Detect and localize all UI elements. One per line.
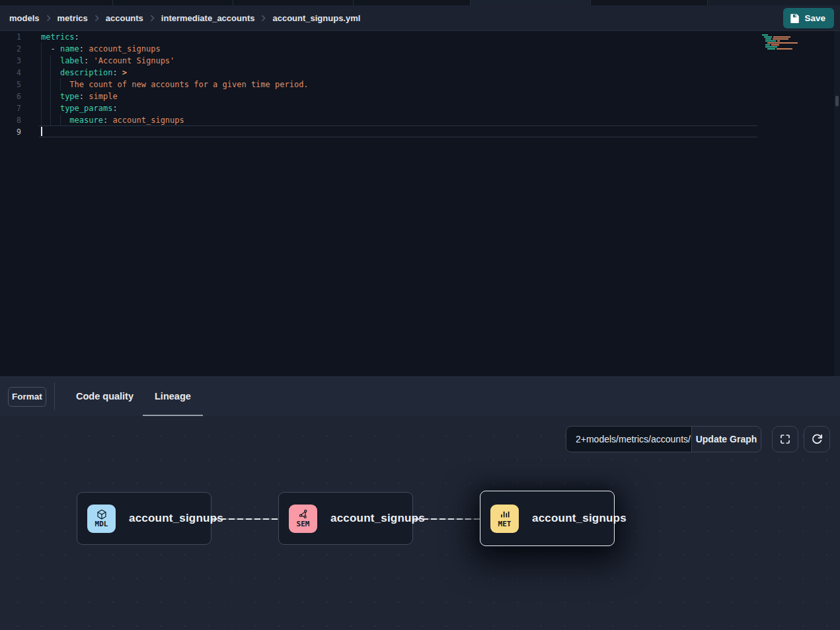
node-badge-sem: SEM	[289, 505, 317, 533]
line-code: type: simple	[30, 90, 118, 102]
node-label: account_signups	[532, 512, 627, 525]
panel-tabs: Code qualityLineage	[76, 377, 203, 416]
node-badge-mdl: MDL	[87, 505, 116, 533]
divider	[54, 382, 55, 410]
editor-lines[interactable]: 1metrics:2 - name: account_signups3 labe…	[0, 31, 840, 138]
line-number: 9	[0, 126, 30, 138]
minimap-line	[765, 38, 804, 40]
editor-line[interactable]: 6 type: simple	[0, 90, 840, 102]
node-badge-label: SEM	[297, 520, 310, 528]
line-number: 1	[0, 31, 30, 43]
breadcrumb-item[interactable]: intermediate_accounts	[161, 13, 255, 23]
line-number: 4	[0, 67, 30, 79]
node-badge-label: MDL	[95, 520, 108, 528]
editor-line[interactable]: 1metrics:	[0, 31, 840, 43]
fullscreen-button[interactable]	[772, 426, 798, 452]
line-code: metrics:	[30, 31, 79, 43]
chevron-right-icon	[148, 14, 157, 22]
tab-code-quality[interactable]: Code quality	[76, 377, 134, 416]
minimap-line	[762, 34, 804, 36]
editor-line[interactable]: 4 description: >	[0, 67, 840, 79]
window-tab[interactable]	[591, 0, 707, 5]
chevron-right-icon	[93, 14, 101, 22]
minimap-line	[767, 42, 804, 44]
line-number: 7	[0, 102, 30, 114]
format-button[interactable]: Format	[8, 387, 46, 407]
current-line-highlight	[39, 125, 757, 137]
chevron-right-icon	[44, 14, 53, 22]
line-number: 6	[0, 90, 30, 102]
bottom-panel-header: Format Code qualityLineage	[0, 376, 840, 416]
refresh-button[interactable]	[804, 426, 830, 452]
node-badge-label: MET	[498, 520, 512, 528]
editor-line[interactable]: 3 label: 'Account Signups'	[0, 55, 840, 67]
indent-guide	[41, 43, 42, 126]
window-tab[interactable]	[354, 0, 470, 5]
window-tab[interactable]	[708, 0, 840, 5]
node-badge-met: MET	[490, 505, 519, 533]
breadcrumb-item[interactable]: models	[9, 13, 40, 23]
lineage-node-met[interactable]: METaccount_signups	[480, 491, 615, 546]
line-code: measure: account_signups	[30, 114, 184, 126]
window-tab[interactable]	[471, 0, 590, 5]
indent-guide	[60, 114, 61, 126]
scrollbar-thumb[interactable]	[835, 96, 839, 106]
minimap-line	[765, 40, 804, 42]
refresh-icon	[811, 433, 823, 445]
editor-line[interactable]: 7 type_params:	[0, 102, 840, 114]
line-code: - name: account_signups	[30, 43, 161, 55]
window-tab-strip	[0, 0, 840, 5]
breadcrumb: modelsmetricsaccountsintermediate_accoun…	[9, 13, 360, 23]
editor-line[interactable]: 5 The count of new accounts for a given …	[0, 79, 840, 90]
fullscreen-icon	[779, 433, 791, 445]
code-editor[interactable]: 1metrics:2 - name: account_signups3 labe…	[0, 31, 840, 376]
text-cursor	[41, 127, 42, 136]
line-number: 5	[0, 79, 30, 90]
indent-guide	[50, 55, 51, 126]
line-number: 2	[0, 43, 30, 55]
line-code: The count of new accounts for a given ti…	[30, 79, 309, 90]
breadcrumb-bar: modelsmetricsaccountsintermediate_accoun…	[0, 5, 840, 31]
editor-line[interactable]: 8 measure: account_signups	[0, 114, 840, 126]
cube-icon	[96, 509, 107, 520]
line-number: 3	[0, 55, 30, 67]
node-label: account_signups	[129, 512, 223, 525]
breadcrumb-item[interactable]: account_signups.yml	[272, 13, 360, 23]
window-tab[interactable]	[113, 0, 233, 5]
bar-chart-icon	[500, 509, 510, 520]
lineage-canvas[interactable]: 2+models/metrics/accounts/ Update Graph …	[0, 416, 840, 629]
lineage-selector-input[interactable]: 2+models/metrics/accounts/	[566, 426, 692, 452]
lineage-node-mdl[interactable]: MDLaccount_signups	[77, 492, 211, 545]
save-button-label: Save	[804, 13, 825, 23]
line-code: type_params:	[30, 102, 118, 114]
editor-scrollbar[interactable]	[834, 31, 840, 376]
update-graph-button[interactable]: Update Graph	[691, 426, 761, 452]
breadcrumb-item[interactable]: metrics	[57, 13, 88, 23]
window-tab[interactable]	[0, 0, 112, 5]
line-number: 8	[0, 114, 30, 126]
minimap-line	[765, 46, 804, 48]
line-code: label: 'Account Signups'	[30, 55, 174, 67]
lineage-node-sem[interactable]: SEMaccount_signups	[278, 492, 413, 545]
network-icon	[298, 509, 309, 520]
node-label: account_signups	[330, 512, 425, 525]
window-tab[interactable]	[233, 0, 353, 5]
save-icon	[790, 13, 800, 23]
minimap-line	[765, 44, 804, 46]
minimap[interactable]	[762, 34, 804, 50]
minimap-line	[767, 48, 804, 50]
editor-line[interactable]: 2 - name: account_signups	[0, 43, 840, 55]
breadcrumb-item[interactable]: accounts	[106, 13, 143, 23]
line-code: description: >	[30, 67, 127, 79]
save-button[interactable]: Save	[783, 8, 834, 28]
tab-lineage[interactable]: Lineage	[143, 377, 203, 416]
minimap-line	[764, 36, 804, 38]
indent-guide	[60, 79, 61, 90]
chevron-right-icon	[259, 14, 268, 22]
